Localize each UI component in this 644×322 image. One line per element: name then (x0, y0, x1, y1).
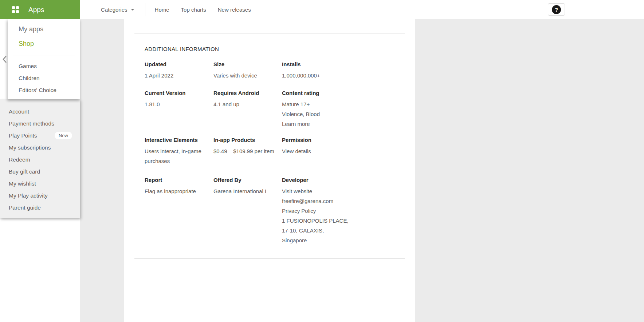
menu-item-shop[interactable]: Shop (8, 36, 80, 51)
new-badge: New (55, 132, 72, 139)
menu-item-label: My wishlist (9, 180, 36, 187)
developer-address-line: 17-10, GALAXIS, (282, 226, 402, 235)
section-divider-bottom (134, 258, 405, 259)
menu-item-children[interactable]: Children (8, 72, 80, 84)
menu-item-my-apps[interactable]: My apps (8, 22, 80, 36)
info-cell-installs: Installs 1,000,000,000+ (282, 61, 402, 80)
nav-home[interactable]: Home (155, 7, 169, 13)
play-store-screen: Categories Home Top charts New releases … (0, 0, 644, 322)
info-cell-content-rating: Content rating Mature 17+ Violence, Bloo… (282, 90, 402, 129)
developer-address-line: 1 FUSIONOPOLIS PLACE, (282, 216, 402, 226)
developer-email-link[interactable]: freefire@garena.com (282, 196, 402, 206)
info-value: 1.81.0 (145, 99, 206, 109)
info-value: $0.49 – $109.99 per item (213, 146, 275, 156)
categories-dropdown[interactable]: Categories (101, 7, 134, 13)
apps-title: Apps (28, 6, 44, 14)
flag-inappropriate-link[interactable]: Flag as inappropriate (145, 186, 206, 196)
visit-website-link[interactable]: Visit website (282, 186, 402, 196)
menu-item-label: My Play activity (9, 192, 48, 199)
info-value: Varies with device (213, 71, 275, 80)
info-label: Developer (282, 177, 402, 183)
menu-item-editors-choice[interactable]: Editors' Choice (8, 84, 80, 96)
info-cell-current-version: Current Version 1.81.0 (145, 90, 213, 129)
info-cell-permission: Permission View details (282, 137, 402, 166)
info-label: Updated (145, 61, 206, 67)
apps-menu-panel: My apps Shop Games Children Editors' Cho… (8, 19, 80, 99)
menu-item-payment-methods[interactable]: Payment methods (0, 118, 80, 130)
info-cell-updated: Updated 1 April 2022 (145, 61, 213, 80)
developer-address-line: Singapore (282, 235, 402, 245)
menu-item-label: Payment methods (9, 120, 54, 127)
info-cell-requires-android: Requires Android 4.1 and up (213, 90, 282, 129)
menu-item-label: Parent guide (9, 204, 41, 211)
info-label: Current Version (145, 90, 206, 96)
menu-item-buy-gift-card[interactable]: Buy gift card (0, 166, 80, 178)
additional-information-section: ADDITIONAL INFORMATION Updated 1 April 2… (145, 34, 405, 245)
info-cell-offered-by: Offered By Garena International I (213, 177, 282, 245)
chevron-down-icon (131, 9, 134, 11)
info-row: Updated 1 April 2022 Size Varies with de… (145, 61, 405, 80)
learn-more-link[interactable]: Learn more (282, 119, 402, 129)
info-label: Permission (282, 137, 402, 143)
top-app-bar: Categories Home Top charts New releases … (0, 0, 644, 19)
apps-grid-icon (12, 6, 19, 13)
view-details-link[interactable]: View details (282, 146, 402, 156)
info-label: Installs (282, 61, 402, 67)
info-label: Offered By (213, 177, 275, 183)
info-label: Interactive Elements (145, 137, 206, 143)
info-cell-interactive-elements: Interactive Elements Users interact, In-… (145, 137, 213, 166)
menu-item-my-play-activity[interactable]: My Play activity (0, 190, 80, 202)
app-detail-card: ADDITIONAL INFORMATION Updated 1 April 2… (124, 19, 415, 322)
section-title: ADDITIONAL INFORMATION (145, 46, 405, 52)
info-value: 4.1 and up (213, 99, 275, 109)
menu-item-redeem[interactable]: Redeem (0, 154, 80, 166)
info-cell-report: Report Flag as inappropriate (145, 177, 213, 245)
menu-item-games[interactable]: Games (8, 60, 80, 72)
account-menu-panel: Account Payment methods Play Points New … (0, 99, 80, 218)
menu-item-my-subscriptions[interactable]: My subscriptions (0, 142, 80, 154)
menu-item-parent-guide[interactable]: Parent guide (0, 202, 80, 214)
info-row: Current Version 1.81.0 Requires Android … (145, 90, 405, 129)
info-value: Garena International I (213, 186, 275, 196)
info-value: Users interact, In-game purchases (145, 146, 203, 166)
info-value: 1,000,000,000+ (282, 71, 402, 80)
info-label: Size (213, 61, 275, 67)
nav-top-charts[interactable]: Top charts (181, 7, 206, 13)
content-rating-descriptors: Violence, Blood (282, 109, 402, 119)
menu-item-label: Play Points (9, 132, 37, 139)
info-row: Interactive Elements Users interact, In-… (145, 137, 405, 166)
info-label: Requires Android (213, 90, 275, 96)
info-row: Report Flag as inappropriate Offered By … (145, 177, 405, 245)
info-value: 1 April 2022 (145, 71, 206, 80)
info-cell-developer: Developer Visit website freefire@garena.… (282, 177, 402, 245)
menu-item-my-wishlist[interactable]: My wishlist (0, 178, 80, 190)
page-background: ADDITIONAL INFORMATION Updated 1 April 2… (0, 19, 644, 322)
content-rating-value: Mature 17+ (282, 99, 402, 109)
info-cell-size: Size Varies with device (213, 61, 282, 80)
menu-item-account[interactable]: Account (0, 106, 80, 118)
info-label: In-app Products (213, 137, 275, 143)
apps-logo-block[interactable]: Apps (0, 0, 80, 19)
info-cell-in-app-products: In-app Products $0.49 – $109.99 per item (213, 137, 282, 166)
info-label: Report (145, 177, 206, 183)
menu-item-label: My subscriptions (9, 144, 51, 151)
menu-item-label: Account (9, 108, 29, 115)
header-nav: Categories Home Top charts New releases (101, 0, 263, 19)
collapse-drawer-chevron-icon[interactable] (2, 55, 8, 64)
categories-label: Categories (101, 7, 127, 13)
info-label: Content rating (282, 90, 402, 96)
menu-item-label: Redeem (9, 156, 30, 163)
nav-divider (145, 3, 145, 16)
menu-divider (13, 56, 75, 56)
help-button[interactable]: ? (548, 3, 565, 16)
menu-item-label: Buy gift card (9, 168, 40, 175)
help-icon: ? (552, 5, 561, 14)
nav-new-releases[interactable]: New releases (218, 7, 251, 13)
menu-item-play-points[interactable]: Play Points New (0, 130, 80, 142)
privacy-policy-link[interactable]: Privacy Policy (282, 206, 402, 216)
